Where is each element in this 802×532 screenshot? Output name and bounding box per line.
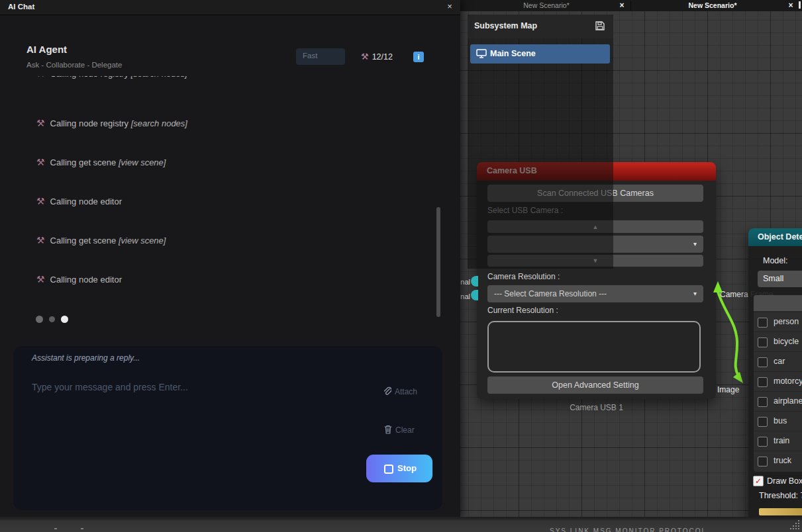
class-row[interactable]: bicycle xyxy=(754,332,802,352)
info-icon[interactable]: i xyxy=(413,52,424,62)
application-window: New Scenario* × New Scenario* × Camera U… xyxy=(0,0,802,532)
chat-message: ⚒Calling node editor xyxy=(36,196,122,206)
chat-message: ⚒Calling node registry [search nodes] xyxy=(36,118,187,128)
tab2-close-icon[interactable]: × xyxy=(785,0,796,11)
checkbox-bicycle[interactable] xyxy=(758,337,768,347)
tab1-close-icon[interactable]: × xyxy=(617,0,627,11)
resize-grip[interactable] xyxy=(790,520,800,530)
tool-count-value: 12/12 xyxy=(372,52,393,62)
class-row[interactable]: motorcycle xyxy=(754,371,802,392)
save-icon[interactable] xyxy=(595,21,605,34)
message-detail: [view scene] xyxy=(119,157,166,167)
mode-select[interactable]: Fast xyxy=(296,48,345,65)
threshold-slider[interactable] xyxy=(759,508,802,515)
message-detail: [search nodes] xyxy=(131,76,187,79)
sidebar-item-main-scene[interactable]: Main Scene xyxy=(470,44,610,64)
camera-resolution-select[interactable]: --- Select Camera Resolution --- ▾ xyxy=(487,285,703,302)
checkbox-motorcycle[interactable] xyxy=(758,377,768,387)
object-detection-node[interactable]: Object Detection Model: Small person bic… xyxy=(748,228,802,522)
tool-icon: ⚒ xyxy=(36,76,45,79)
tool-icon: ⚒ xyxy=(36,274,45,285)
class-label: bus xyxy=(774,416,787,425)
attach-label: Attach xyxy=(395,387,417,396)
scenario-tab-bar: New Scenario* × New Scenario* × xyxy=(460,0,802,11)
subsystem-map-title: Subsystem Map xyxy=(474,21,537,30)
main-scene-label: Main Scene xyxy=(490,49,536,58)
message-detail: [search nodes] xyxy=(131,118,187,128)
chat-scrollbar-thumb[interactable] xyxy=(436,207,440,317)
clipped-glyph xyxy=(81,528,83,529)
checkbox-train[interactable] xyxy=(758,437,768,447)
checkbox-bus[interactable] xyxy=(758,417,768,427)
tab-new-scenario-1[interactable]: New Scenario* xyxy=(466,0,627,11)
draw-boxes-label: Draw Boxes xyxy=(767,476,802,486)
chat-window-title: AI Chat xyxy=(8,3,34,11)
class-row[interactable]: bus xyxy=(754,411,802,431)
class-label: truck xyxy=(774,456,791,465)
class-row[interactable]: train xyxy=(754,431,802,451)
tool-count: ⚒12/12 xyxy=(361,52,393,62)
clipped-tab-glyph xyxy=(799,1,801,9)
chat-message-list[interactable]: ⚒Calling node registry [search nodes] ⚒C… xyxy=(0,76,437,335)
message-text: Calling node editor xyxy=(50,197,122,206)
message-input[interactable]: Type your message and press Enter... xyxy=(32,382,188,392)
class-label: train xyxy=(774,436,789,445)
message-text: Calling get scene xyxy=(50,157,119,167)
clipped-glyph xyxy=(54,528,57,529)
assistant-status-text: Assistant is preparing a reply... xyxy=(32,353,140,363)
chat-message: ⚒Calling node editor xyxy=(36,274,122,285)
checkbox-airplane[interactable] xyxy=(758,397,768,407)
class-row[interactable]: person xyxy=(754,312,802,332)
image-port-label: Image xyxy=(717,385,739,394)
tab-separator xyxy=(630,1,631,11)
ai-chat-window: AI Chat × AI Agent Ask - Collaborate - D… xyxy=(0,0,460,517)
close-icon[interactable]: × xyxy=(444,1,455,12)
tool-icon: ⚒ xyxy=(36,118,45,128)
checkbox-truck[interactable] xyxy=(758,457,768,466)
class-list-header xyxy=(754,295,802,311)
object-detection-node-title: Object Detection xyxy=(758,232,802,242)
signal-input-port[interactable] xyxy=(471,290,478,300)
tool-icon: ⚒ xyxy=(36,235,45,245)
typing-indicator xyxy=(36,313,74,325)
monitor-icon xyxy=(476,49,487,58)
message-text: Calling get scene xyxy=(50,236,119,245)
message-text: Calling node registry xyxy=(50,118,131,128)
status-bar: SYS LINK MSG MONITOR PROTOCOL xyxy=(0,517,802,532)
chat-message: ⚒Calling get scene [view scene] xyxy=(36,157,166,167)
clipped-status-text: SYS LINK MSG MONITOR PROTOCOL xyxy=(550,527,707,532)
class-row[interactable]: truck xyxy=(754,451,802,471)
tool-icon: ⚒ xyxy=(361,52,369,62)
trash-icon xyxy=(384,425,392,434)
mode-value: Fast xyxy=(303,52,317,60)
checkbox-car[interactable] xyxy=(758,357,768,367)
class-row[interactable]: car xyxy=(754,351,802,372)
stop-button[interactable]: Stop xyxy=(366,455,432,482)
threshold-label: Threshold: 7 xyxy=(759,491,802,500)
tab-new-scenario-2[interactable]: New Scenario* xyxy=(632,0,793,11)
clear-label: Clear xyxy=(395,425,415,435)
class-row[interactable]: airplane xyxy=(754,391,802,412)
message-text: Calling node editor xyxy=(50,275,122,285)
class-label: car xyxy=(774,357,785,366)
class-label: person xyxy=(774,317,799,326)
draw-boxes-checkbox[interactable]: ✓ xyxy=(753,476,764,486)
message-text: Calling node registry xyxy=(50,76,131,79)
attach-button[interactable]: Attach xyxy=(383,386,417,396)
model-value: Small xyxy=(763,274,783,283)
chat-message-clipped: ⚒Calling node registry [search nodes] xyxy=(36,76,187,79)
class-list: person bicycle car motorcycle airplane b… xyxy=(754,295,802,472)
stop-icon xyxy=(384,465,393,474)
model-select[interactable]: Small xyxy=(758,271,802,287)
open-advanced-setting-button[interactable]: Open Advanced Setting xyxy=(487,377,703,394)
agent-name: AI Agent xyxy=(26,44,67,55)
object-detection-node-header[interactable]: Object Detection xyxy=(748,228,802,246)
signal-input-port[interactable] xyxy=(471,276,478,287)
clear-button[interactable]: Clear xyxy=(384,425,415,435)
chevron-down-icon: ▾ xyxy=(693,290,697,297)
current-resolution-box xyxy=(487,321,701,373)
camera-resolution-value: --- Select Camera Resolution --- xyxy=(494,289,607,298)
checkbox-person[interactable] xyxy=(758,318,768,328)
chat-titlebar[interactable]: AI Chat × xyxy=(0,0,460,15)
class-label: motorcycle xyxy=(774,377,802,386)
